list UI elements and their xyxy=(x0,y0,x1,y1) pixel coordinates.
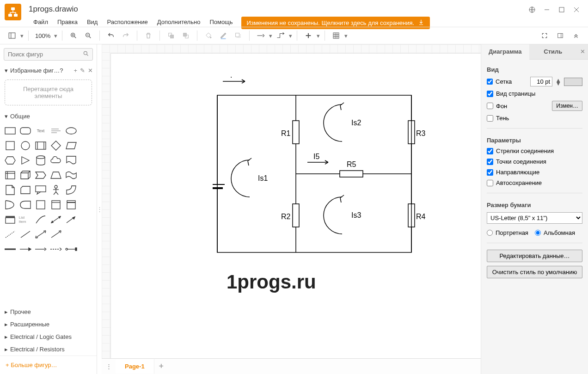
shape-callout[interactable] xyxy=(34,184,48,196)
background-checkbox[interactable] xyxy=(487,103,493,109)
shape-ellipse[interactable] xyxy=(64,124,78,137)
connection-icon[interactable] xyxy=(254,29,267,42)
shape-triangle[interactable] xyxy=(19,154,32,167)
section-other[interactable]: ▸Прочее xyxy=(0,306,97,318)
shape-link[interactable] xyxy=(4,243,17,256)
edit-data-button[interactable]: Редактировать данные… xyxy=(487,250,582,262)
minimize-button[interactable] xyxy=(543,6,551,14)
shape-bidir-arrow[interactable] xyxy=(49,213,63,226)
shape-note[interactable] xyxy=(4,184,17,196)
shape-blank[interactable] xyxy=(80,139,93,152)
zoom-in-icon[interactable] xyxy=(67,29,80,42)
shape-data-store[interactable] xyxy=(34,198,48,211)
shape-circle[interactable] xyxy=(19,139,32,152)
shape-cloud[interactable] xyxy=(49,154,63,167)
search-input[interactable] xyxy=(4,48,93,61)
to-back-icon[interactable] xyxy=(179,29,192,42)
chevron-down-icon[interactable]: ▾ xyxy=(289,32,292,39)
undo-icon[interactable] xyxy=(104,29,117,42)
shape-blank[interactable] xyxy=(80,228,93,241)
grid-color-swatch[interactable] xyxy=(564,78,582,86)
shape-document[interactable] xyxy=(64,154,78,167)
table-icon[interactable] xyxy=(330,29,343,42)
conn-points-checkbox[interactable] xyxy=(487,159,493,165)
shape-actor[interactable] xyxy=(49,184,63,196)
add-icon[interactable]: + xyxy=(74,67,77,74)
grid-checkbox[interactable] xyxy=(487,79,493,85)
waypoint-icon[interactable] xyxy=(274,29,287,42)
shape-bidir-thin[interactable] xyxy=(34,228,48,241)
to-front-icon[interactable] xyxy=(165,29,178,42)
section-extended[interactable]: ▸Расширенные xyxy=(0,318,97,331)
page-view-checkbox[interactable] xyxy=(487,91,493,97)
zoom-value[interactable]: 100% xyxy=(33,32,52,39)
left-splitter[interactable]: ⋮ xyxy=(97,44,102,374)
shape-curve[interactable] xyxy=(64,184,78,196)
shape-blank[interactable] xyxy=(64,228,78,241)
portrait-radio[interactable] xyxy=(487,230,493,236)
shape-link-dash[interactable] xyxy=(49,243,63,256)
shape-curve-line[interactable] xyxy=(34,213,48,226)
page-tab[interactable]: Page-1 xyxy=(116,359,154,374)
shape-card[interactable] xyxy=(19,184,32,196)
shape-tape[interactable] xyxy=(64,169,78,182)
pages-menu-icon[interactable]: ⋮ xyxy=(102,363,116,370)
shape-square[interactable] xyxy=(4,139,17,152)
shape-link-simple[interactable] xyxy=(34,243,48,256)
shape-container[interactable] xyxy=(49,198,63,211)
edit-icon[interactable]: ✎ xyxy=(80,67,85,74)
close-button[interactable] xyxy=(572,6,581,14)
shape-internal-storage[interactable] xyxy=(4,169,17,182)
search-icon[interactable] xyxy=(83,50,89,58)
conn-arrows-checkbox[interactable] xyxy=(487,148,493,154)
delete-icon[interactable] xyxy=(142,29,155,42)
shape-textbox[interactable] xyxy=(49,124,63,137)
shape-rounded-rect[interactable] xyxy=(19,124,32,137)
clear-style-button[interactable]: Очистить стиль по умолчанию xyxy=(487,266,582,278)
section-resistors[interactable]: ▸Electrical / Resistors xyxy=(0,343,97,356)
app-logo[interactable] xyxy=(5,4,21,20)
change-background-button[interactable]: Измен… xyxy=(552,101,582,111)
shape-blank[interactable] xyxy=(80,184,93,196)
shape-rectangle[interactable] xyxy=(4,124,17,137)
shape-or[interactable] xyxy=(4,198,17,211)
chevron-down-icon[interactable]: ▾ xyxy=(269,32,272,39)
shape-blank[interactable] xyxy=(80,154,93,167)
shape-hexagon[interactable] xyxy=(4,154,17,167)
shape-step[interactable] xyxy=(34,169,48,182)
shape-blank[interactable] xyxy=(80,124,93,137)
shape-container2[interactable] xyxy=(64,198,78,211)
chevron-down-icon[interactable]: ▾ xyxy=(317,32,320,39)
shape-cylinder[interactable] xyxy=(34,154,48,167)
tab-diagram[interactable]: Диаграмма xyxy=(481,44,529,60)
canvas[interactable]: I U R1 R2 R3 R4 R5 I5 Is1 Is2 Is3 1progs… xyxy=(102,44,481,358)
shape-blank[interactable] xyxy=(80,213,93,226)
insert-icon[interactable] xyxy=(302,29,315,42)
sidebar-toggle-icon[interactable] xyxy=(6,29,18,42)
stepper-down-icon[interactable]: ▼ xyxy=(555,82,561,85)
section-logic-gates[interactable]: ▸Electrical / Logic Gates xyxy=(0,331,97,343)
chevron-down-icon[interactable]: ▾ xyxy=(54,32,57,39)
shape-process[interactable] xyxy=(34,139,48,152)
chevron-down-icon[interactable]: ▾ xyxy=(20,32,24,39)
shape-parallelogram[interactable] xyxy=(64,139,78,152)
drawing-page[interactable]: I U R1 R2 R3 R4 R5 I5 Is1 Is2 Is3 1progs… xyxy=(111,54,481,358)
shape-blank[interactable] xyxy=(80,243,93,256)
guides-checkbox[interactable] xyxy=(487,169,493,176)
chevron-down-icon[interactable]: ▾ xyxy=(344,32,348,39)
shape-line[interactable] xyxy=(19,228,32,241)
shape-list[interactable] xyxy=(4,213,17,226)
shape-list-item[interactable]: List Item xyxy=(19,213,32,226)
autosave-checkbox[interactable] xyxy=(487,180,493,186)
favorites-drop-zone[interactable]: Перетащите сюда элементы xyxy=(5,80,92,105)
zoom-out-icon[interactable] xyxy=(82,29,95,42)
shape-dir-thin[interactable] xyxy=(49,228,63,241)
maximize-button[interactable] xyxy=(557,6,566,14)
shape-text[interactable]: Text xyxy=(34,124,48,137)
format-panel-icon[interactable] xyxy=(554,29,567,42)
shadow-checkbox[interactable] xyxy=(487,115,493,122)
shape-blank[interactable] xyxy=(80,169,93,182)
shape-cube[interactable] xyxy=(19,169,32,182)
line-color-icon[interactable] xyxy=(217,29,230,42)
shape-arrow[interactable] xyxy=(64,213,78,226)
